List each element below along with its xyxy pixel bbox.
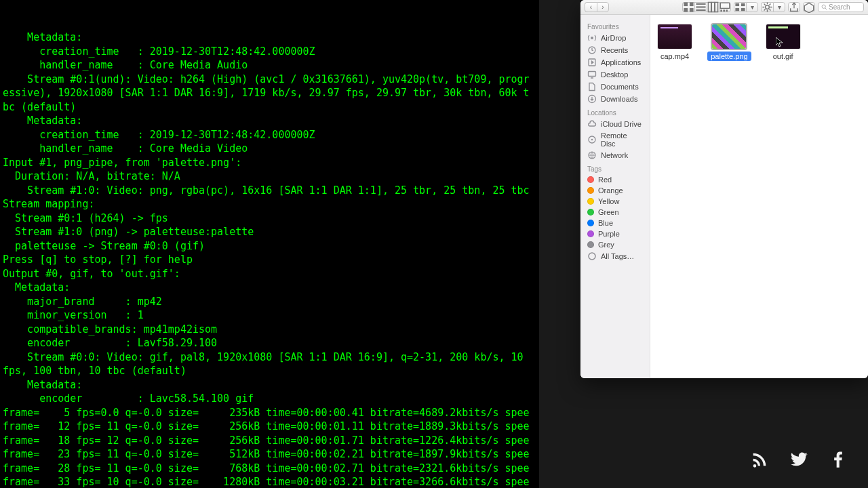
tag-dot-icon — [587, 187, 594, 194]
desktop-icon — [587, 70, 597, 79]
tag-dot-icon — [587, 241, 594, 248]
file-thumbnail — [712, 24, 746, 49]
file-item[interactable]: cap.mp4 — [657, 24, 692, 61]
file-label: cap.mp4 — [657, 52, 692, 61]
sidebar-tag-yellow[interactable]: Yellow — [580, 196, 650, 207]
sidebar-item-label: Grey — [598, 241, 614, 249]
sidebar-tag-blue[interactable]: Blue — [580, 218, 650, 228]
arrange-dropdown[interactable]: ▾ — [746, 2, 758, 12]
globe-icon — [587, 150, 597, 160]
nav-buttons: ‹ › — [585, 2, 609, 12]
sidebar-tag-red[interactable]: Red — [580, 174, 650, 185]
sidebar-item-label: Applications — [601, 58, 641, 66]
tags-heading: Tags — [580, 161, 650, 174]
svg-rect-9 — [715, 2, 717, 12]
sidebar-item-label: Documents — [601, 83, 639, 91]
finder-content[interactable]: cap.mp4palette.pngout.gif — [650, 15, 868, 378]
svg-rect-16 — [741, 3, 745, 6]
svg-point-21 — [591, 37, 593, 39]
finder-toolbar: ‹ › ▾ ▾ — [580, 0, 868, 15]
search-field[interactable]: Search — [818, 2, 864, 12]
svg-rect-6 — [696, 9, 705, 11]
svg-rect-7 — [708, 2, 711, 12]
clock-icon — [587, 45, 597, 55]
sidebar-tag-grey[interactable]: Grey — [580, 239, 650, 250]
file-label: out.gif — [770, 52, 797, 61]
sidebar-item-label: Recents — [601, 46, 628, 54]
back-button[interactable]: ‹ — [585, 2, 597, 12]
svg-rect-2 — [684, 8, 688, 12]
view-column-button[interactable] — [707, 2, 719, 12]
action-gear-button[interactable] — [761, 2, 773, 12]
sidebar-item-label: Desktop — [601, 70, 628, 79]
share-button[interactable] — [788, 2, 800, 12]
favourites-heading: Favourites — [580, 19, 650, 32]
sidebar-tag-purple[interactable]: Purple — [580, 228, 650, 239]
app-icon — [587, 58, 597, 67]
sidebar-item-airdrop[interactable]: AirDrop — [580, 32, 650, 44]
view-icon-button[interactable] — [682, 2, 694, 12]
svg-rect-8 — [711, 2, 714, 12]
sidebar-item-desktop[interactable]: Desktop — [580, 68, 650, 81]
sidebar-item-applications[interactable]: Applications — [580, 56, 650, 68]
facebook-icon[interactable] — [829, 450, 848, 472]
sidebar-item-label: Yellow — [598, 197, 619, 205]
download-icon — [587, 94, 597, 104]
sidebar-item-label: Green — [598, 208, 619, 216]
doc-icon — [587, 82, 597, 92]
sidebar-item-label: Red — [598, 176, 612, 184]
svg-rect-5 — [696, 6, 705, 7]
sidebar-item-label: iCloud Drive — [601, 120, 642, 128]
sidebar-tag-orange[interactable]: Orange — [580, 185, 650, 196]
svg-rect-14 — [735, 3, 739, 6]
tag-dot-icon — [587, 176, 594, 183]
sidebar-all-tags[interactable]: All Tags… — [580, 250, 650, 262]
svg-rect-10 — [720, 3, 729, 8]
sidebar-item-icloud-drive[interactable]: iCloud Drive — [580, 118, 650, 130]
file-item[interactable]: out.gif — [766, 24, 800, 61]
file-label: palette.png — [707, 52, 751, 61]
svg-rect-4 — [696, 3, 705, 5]
sidebar-tag-green[interactable]: Green — [580, 207, 650, 218]
tag-dot-icon — [587, 230, 594, 237]
svg-point-29 — [589, 253, 595, 260]
finder-sidebar: Favourites AirDropRecentsApplicationsDes… — [580, 15, 650, 378]
view-mode-buttons — [682, 2, 731, 12]
view-gallery-button[interactable] — [719, 2, 731, 12]
sidebar-item-downloads[interactable]: Downloads — [580, 93, 650, 105]
svg-rect-0 — [684, 2, 688, 6]
action-dropdown[interactable]: ▾ — [773, 2, 785, 12]
file-item[interactable]: palette.png — [707, 24, 751, 61]
page-footer — [539, 434, 868, 488]
sidebar-item-recents[interactable]: Recents — [580, 44, 650, 56]
finder-window: ‹ › ▾ ▾ — [580, 0, 868, 378]
airdrop-icon — [587, 33, 597, 43]
sidebar-item-label: All Tags… — [601, 252, 634, 260]
sidebar-item-label: Blue — [598, 219, 613, 227]
tag-dot-icon — [587, 198, 594, 205]
terminal-window[interactable]: Metadata: creation_time : 2019-12-30T12:… — [0, 0, 539, 488]
tag-dot-icon — [587, 209, 594, 216]
svg-rect-17 — [741, 8, 745, 11]
sidebar-item-label: Network — [601, 151, 628, 159]
svg-rect-1 — [690, 2, 694, 6]
sidebar-item-remote-disc[interactable]: Remote Disc — [580, 130, 650, 149]
sidebar-item-documents[interactable]: Documents — [580, 81, 650, 93]
tag-dot-icon — [587, 220, 594, 226]
file-thumbnail — [658, 24, 692, 49]
svg-rect-24 — [589, 72, 596, 77]
svg-rect-13 — [726, 9, 728, 12]
tags-button[interactable] — [803, 2, 815, 12]
cloud-icon — [587, 119, 597, 129]
sidebar-item-label: Downloads — [601, 95, 637, 103]
disc-icon — [587, 135, 597, 144]
file-thumbnail — [766, 24, 800, 49]
sidebar-item-network[interactable]: Network — [580, 149, 650, 161]
group-button[interactable] — [734, 2, 746, 12]
forward-button[interactable]: › — [597, 2, 609, 12]
view-list-button[interactable] — [694, 2, 707, 12]
rss-icon[interactable] — [750, 450, 769, 472]
sidebar-item-label: Remote Disc — [601, 131, 643, 148]
twitter-icon[interactable] — [789, 450, 808, 472]
svg-line-20 — [825, 8, 827, 9]
